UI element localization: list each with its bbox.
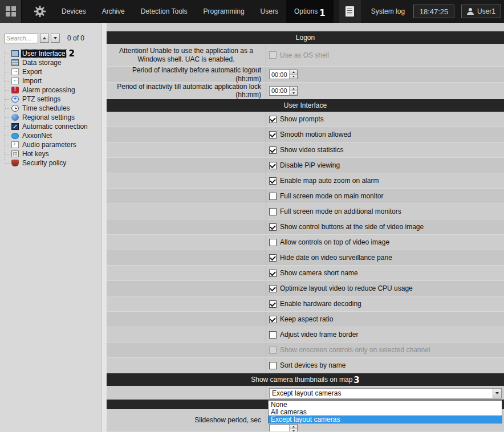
use-as-os-shell-label: Use as OS shell	[280, 51, 329, 59]
dropdown-option-all-cameras[interactable]: All cameras	[269, 408, 502, 415]
search-input[interactable]	[4, 34, 38, 43]
sidebar-item-user-interface[interactable]: User Interface2	[0, 49, 101, 58]
allow-controls-on-top-of-video-image-checkbox[interactable]	[269, 239, 277, 246]
spin-up-button[interactable]	[290, 87, 297, 91]
spin-down-button[interactable]	[290, 75, 297, 79]
dropdown-chevron-down-icon[interactable]	[493, 389, 501, 398]
ptz-icon	[11, 96, 19, 103]
row-label-cell	[107, 281, 266, 296]
lock-period-value[interactable]: 00:00	[270, 87, 289, 95]
clock-display: 18:47:25	[413, 5, 454, 18]
menu-options[interactable]: Options1	[286, 0, 334, 23]
sidebar-item-time-schedules[interactable]: Time schedules	[0, 104, 101, 113]
logout-control-cell: 00:00	[266, 67, 504, 82]
sort-devices-by-name-checkbox[interactable]	[269, 362, 277, 369]
system-log-button[interactable]: System log	[363, 0, 413, 23]
optimize-layout-video-to-reduce-cpu-usage-checkbox[interactable]	[269, 285, 277, 292]
monitor-icon	[11, 50, 19, 57]
thumbnails-dropdown[interactable]: Except layout cameras	[269, 388, 502, 398]
option-row-sort-devices-by-name: Sort devices by name	[107, 358, 504, 373]
row-control-cell: Show onscreen controls only on selected …	[266, 343, 504, 357]
row-label-cell	[107, 343, 266, 357]
search-row: 0 of 0	[0, 32, 101, 44]
disable-pip-viewing-checkbox[interactable]	[269, 162, 277, 169]
keyboard-icon	[11, 150, 19, 157]
show-control-buttons-at-the-side-of-video-image-checkbox[interactable]	[269, 223, 277, 231]
sidebar-item-axxonnet[interactable]: AxxonNet	[0, 131, 101, 140]
checkbox-label: Optimize layout video to reduce CPU usag…	[280, 284, 413, 292]
tutorial-marker-1: 1	[319, 8, 325, 18]
panel-top-gap	[107, 23, 504, 31]
adjust-video-frame-border-checkbox[interactable]	[269, 331, 277, 339]
tree-item-label: Data storage	[21, 59, 63, 67]
sidebar-item-audio-parameters[interactable]: Audio parameters	[0, 140, 101, 149]
show-onscreen-controls-only-on-selected-channel-checkbox	[269, 347, 277, 354]
sidebar-item-ptz-settings[interactable]: PTZ settings	[0, 95, 101, 104]
checkbox-label: Full screen mode on additional monitors	[280, 207, 401, 215]
topbar-right-group: 18:47:25 User1	[413, 0, 504, 23]
thumbnails-header-label: Show camera thumbnails on map	[251, 376, 352, 384]
menu-archive[interactable]: Archive	[94, 0, 133, 23]
menu-detection-tools[interactable]: Detection Tools	[133, 0, 196, 23]
sidebar-item-security-policy[interactable]: Security policy	[0, 158, 101, 168]
dropdown-option-except-layout-cameras[interactable]: Except layout cameras	[269, 415, 502, 423]
chevron-up-icon	[43, 37, 46, 39]
row-label-cell	[107, 112, 266, 127]
full-screen-mode-on-main-monitor-checkbox[interactable]	[269, 193, 277, 200]
row-label-cell	[107, 158, 266, 173]
spin-up-button[interactable]	[290, 425, 297, 429]
row-label-cell	[107, 250, 266, 265]
menu-programming[interactable]: Programming	[196, 0, 253, 23]
sidebar-item-automatic-connection[interactable]: Automatic connection	[0, 122, 101, 131]
hide-date-on-video-surveillance-pane-checkbox[interactable]	[269, 254, 277, 262]
row-control-cell: Hide date on video surveillance pane	[266, 250, 504, 265]
checkbox-label: Hide date on video surveillance pane	[280, 254, 392, 262]
row-control-cell: Keep aspect ratio	[266, 312, 504, 327]
spin-up-button[interactable]	[290, 70, 297, 75]
spinner-buttons	[289, 425, 297, 432]
checkbox-label: Show camera short name	[280, 269, 358, 277]
spin-down-button[interactable]	[290, 429, 297, 432]
checkbox-label: Show prompts	[280, 115, 324, 123]
sidebar-item-export[interactable]: Export	[0, 67, 101, 76]
sidebar-scrollbar[interactable]	[101, 23, 107, 432]
tutorial-marker-2: 2	[68, 48, 74, 59]
checkbox-label: Enable hardware decoding	[280, 300, 361, 308]
triangle-down-icon	[495, 392, 499, 394]
slideshow-period-spinner[interactable]	[269, 424, 298, 432]
lock-period-spinner[interactable]: 00:00	[269, 86, 298, 96]
menu-users[interactable]: Users	[253, 0, 286, 23]
option-row-show-video-statistics: Show video statistics	[107, 142, 504, 158]
dropdown-option-none[interactable]: None	[269, 401, 502, 408]
full-screen-mode-on-additional-monitors-checkbox[interactable]	[269, 208, 277, 215]
show-video-statistics-checkbox[interactable]	[269, 146, 277, 154]
show-prompts-checkbox[interactable]	[269, 116, 277, 123]
show-camera-short-name-checkbox[interactable]	[269, 270, 277, 277]
search-next-button[interactable]	[51, 34, 60, 43]
sidebar-item-alarm-processing[interactable]: Alarm processing	[0, 85, 101, 95]
logout-period-value[interactable]: 00:00	[270, 70, 289, 79]
sidebar-item-import[interactable]: Import	[0, 76, 101, 85]
section-header-thumbnails: Show camera thumbnails on map 3	[107, 373, 504, 386]
logout-period-spinner[interactable]: 00:00	[269, 70, 298, 79]
slideshow-period-value[interactable]	[270, 425, 289, 432]
menu-devices[interactable]: Devices	[54, 0, 94, 23]
sidebar-item-regional-settings[interactable]: Regional settings	[0, 113, 101, 122]
enable-map-auto-zoom-on-alarm-checkbox[interactable]	[269, 177, 277, 185]
slideshow-period-label: Slideshow period, sec	[107, 409, 266, 431]
connection-icon	[11, 123, 19, 130]
enable-hardware-decoding-checkbox[interactable]	[269, 300, 277, 308]
tree-item-label: Export	[21, 68, 43, 76]
sidebar-item-hot-keys[interactable]: Hot keys	[0, 149, 101, 158]
sidebar-item-data-storage[interactable]: Data storage	[0, 58, 101, 67]
smooth-motion-allowed-checkbox[interactable]	[269, 131, 277, 138]
spin-down-button[interactable]	[290, 91, 297, 95]
search-prev-button[interactable]	[40, 34, 49, 43]
keep-aspect-ratio-checkbox[interactable]	[269, 316, 277, 323]
user-menu[interactable]: User1	[461, 5, 501, 18]
triangle-up-icon	[292, 88, 295, 89]
option-row-keep-aspect-ratio: Keep aspect ratio	[107, 312, 504, 327]
app-launcher-button[interactable]	[0, 0, 22, 23]
system-log-icon-button[interactable]	[339, 0, 361, 23]
settings-gear-button[interactable]	[29, 0, 51, 23]
